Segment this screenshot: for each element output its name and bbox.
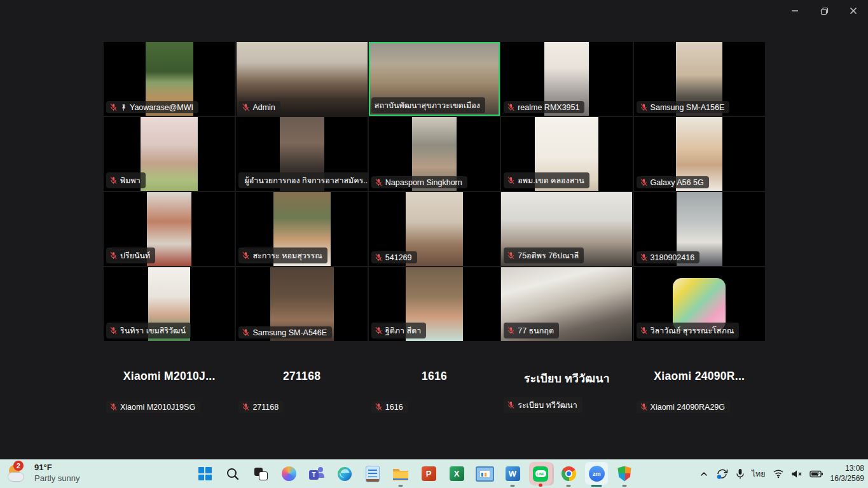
- sync-icon: [715, 468, 729, 480]
- participant-tile[interactable]: ฐิติภา สีดา: [369, 267, 500, 341]
- notepad-button[interactable]: [359, 459, 387, 488]
- battery-button[interactable]: [809, 470, 823, 478]
- participant-name: Galaxy A56 5G: [651, 178, 704, 187]
- minimize-button[interactable]: [780, 0, 809, 22]
- chrome-button[interactable]: [555, 459, 582, 488]
- participant-tile[interactable]: สะการะ หอมสุวรรณ: [236, 192, 367, 266]
- display-app-button[interactable]: [471, 459, 499, 488]
- mic-muted-icon: [242, 103, 250, 111]
- participant-nameplate: 271168: [238, 401, 284, 413]
- participant-tile[interactable]: 3180902416: [634, 192, 765, 266]
- participant-tile[interactable]: 271168 271168: [236, 342, 367, 415]
- sync-status-button[interactable]: [715, 468, 729, 480]
- teams-button[interactable]: T: [303, 459, 331, 488]
- battery-icon: [809, 470, 823, 478]
- restore-button[interactable]: [809, 0, 839, 22]
- participant-tile[interactable]: Admin: [236, 42, 367, 116]
- language-indicator[interactable]: ไทย: [752, 468, 766, 480]
- participant-tile[interactable]: Xiaomi M2010J... Xiaomi M2010J19SG: [104, 342, 235, 415]
- participant-name: 77 ธนกฤต: [518, 324, 554, 337]
- participant-nameplate: 3180902416: [637, 251, 700, 263]
- participant-tile[interactable]: realme RMX3951: [501, 42, 632, 116]
- participant-tile[interactable]: ปรียนันท์: [104, 192, 235, 266]
- participant-name: ปรียนันท์: [120, 249, 150, 262]
- mic-muted-icon: [109, 103, 118, 111]
- participant-video: [141, 117, 198, 191]
- clock[interactable]: 13:08 16/3/2569: [830, 464, 864, 484]
- participant-tile[interactable]: รินทิรา เขมสิริวัฒน์: [104, 267, 235, 341]
- open-app-indicator: [511, 485, 515, 487]
- zoom-icon: zm: [589, 466, 605, 482]
- mic-muted-icon: [507, 251, 515, 260]
- participant-tile[interactable]: Galaxy A56 5G: [634, 117, 765, 191]
- participant-tile[interactable]: อพม.เขต คลองสาน: [501, 117, 632, 191]
- participant-name: 3180902416: [651, 253, 695, 262]
- participant-tile[interactable]: Napasporn Singkhorn: [369, 117, 500, 191]
- powerpoint-button[interactable]: P: [415, 459, 443, 488]
- powerpoint-icon: P: [422, 466, 436, 481]
- participant-tile[interactable]: 1616 1616: [369, 342, 500, 415]
- participant-name: 75อติพร 76ปณาลี: [518, 249, 579, 262]
- mic-muted-icon: [109, 251, 118, 260]
- task-view-button[interactable]: [247, 459, 275, 488]
- display-app-icon: [476, 466, 494, 482]
- zoom-button[interactable]: zm: [582, 459, 610, 488]
- mic-muted-icon: [507, 326, 515, 335]
- participant-name: Samsung SM-A546E: [252, 328, 327, 337]
- teams-icon: T: [309, 466, 324, 481]
- participant-tile[interactable]: Xiaomi 24090R... Xiaomi 24090RA29G: [634, 342, 765, 415]
- participant-nameplate: Xiaomi 24090RA29G: [637, 401, 730, 413]
- close-button[interactable]: [839, 0, 868, 22]
- participant-nameplate: ปรียนันท์: [106, 247, 155, 263]
- participant-tile[interactable]: 75อติพร 76ปณาลี: [501, 192, 632, 266]
- video-grid: Yaowarase@MWI Admin สถาบันพัฒ: [104, 42, 765, 341]
- participant-tile[interactable]: Samsung SM-A156E: [634, 42, 765, 116]
- search-button[interactable]: [219, 459, 247, 488]
- weather-widget[interactable]: 2 91°F Partly sunny: [6, 462, 80, 485]
- speaker-muted-icon: [791, 470, 803, 478]
- audio-only-row: Xiaomi M2010J... Xiaomi M2010J19SG 27116…: [104, 342, 765, 415]
- participant-tile[interactable]: 77 ธนกฤต: [501, 267, 632, 341]
- word-button[interactable]: W: [499, 459, 527, 488]
- participant-tile[interactable]: Yaowarase@MWI: [104, 42, 235, 116]
- participant-tile[interactable]: พิมพา: [104, 117, 235, 191]
- weather-icon: 2: [6, 462, 29, 485]
- participant-tile[interactable]: 541269: [369, 192, 500, 266]
- participant-tile[interactable]: สถาบันพัฒนาสุขภาวะเขตเมือง: [369, 42, 500, 116]
- participant-tile[interactable]: ผู้อำนวยการกอง กิจการอาสาสมัคร...: [236, 117, 367, 191]
- weather-temp: 91°F: [34, 463, 80, 473]
- wifi-button[interactable]: [773, 469, 784, 478]
- windows-logo-icon: [198, 467, 212, 480]
- tray-time: 13:08: [830, 464, 864, 474]
- line-button[interactable]: LINE: [527, 459, 555, 488]
- participant-tile[interactable]: ระเบียบ ทวีวัฒนา ระเบียบ ทวีวัฒนา: [501, 342, 632, 415]
- open-app-indicator: [623, 485, 627, 487]
- excel-button[interactable]: X: [443, 459, 471, 488]
- volume-muted-button[interactable]: [791, 470, 803, 478]
- start-button[interactable]: [191, 459, 219, 488]
- participant-display-name: ระเบียบ ทวีวัฒนา: [524, 370, 610, 387]
- mic-muted-icon: [640, 253, 648, 261]
- file-explorer-button[interactable]: [387, 459, 415, 488]
- participant-nameplate: Napasporn Singkhorn: [371, 176, 467, 188]
- participant-name: ระเบียบ ทวีวัฒนา: [518, 399, 577, 412]
- minimize-icon: [791, 7, 799, 15]
- participant-tile[interactable]: Samsung SM-A546E: [236, 267, 367, 341]
- tray-chevron-button[interactable]: [699, 470, 708, 478]
- copilot-button[interactable]: [275, 459, 303, 488]
- edge-icon: [337, 466, 352, 482]
- mic-muted-icon: [507, 176, 515, 185]
- window-controls: [780, 0, 868, 22]
- mic-muted-icon: [375, 326, 383, 335]
- participant-tile[interactable]: วิลาวัณย์ สุวรรณะโสภณ: [634, 267, 765, 341]
- mic-muted-icon: [109, 326, 118, 335]
- active-app-indicator: [591, 485, 602, 487]
- edge-button[interactable]: [331, 459, 359, 488]
- mic-muted-icon: [375, 178, 383, 186]
- participant-name: Yaowarase@MWI: [130, 103, 193, 112]
- microphone-button[interactable]: [736, 468, 745, 480]
- participant-nameplate: สถาบันพัฒนาสุขภาวะเขตเมือง: [371, 97, 485, 113]
- participant-nameplate: Yaowarase@MWI: [106, 101, 198, 113]
- avg-button[interactable]: [610, 459, 638, 488]
- weather-text: 91°F Partly sunny: [34, 463, 80, 484]
